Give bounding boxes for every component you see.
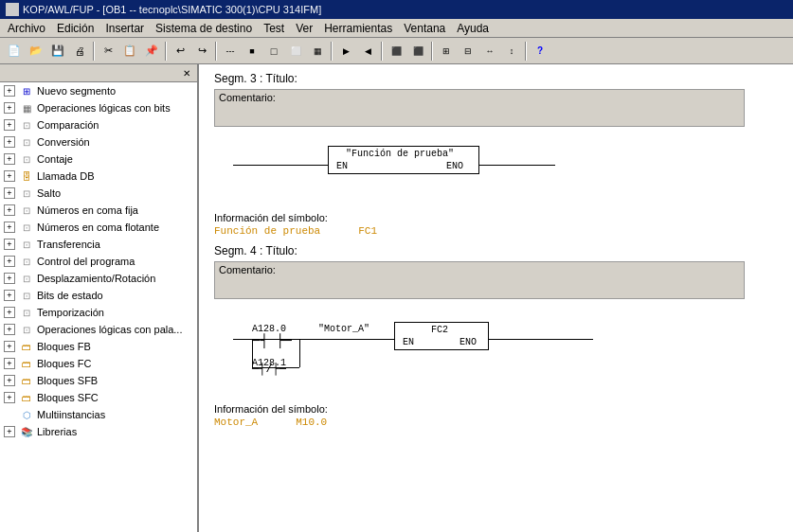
info-title-3: Información del símbolo: <box>214 212 778 223</box>
toolbar-copy[interactable]: 📋 <box>119 41 140 62</box>
toolbar-b6[interactable]: ▶ <box>335 41 356 62</box>
fc-eno-3: ENO <box>446 161 463 171</box>
menu-test[interactable]: Test <box>258 20 290 37</box>
sidebar-item-comparacion[interactable]: + ⊡ Comparación <box>0 116 197 133</box>
sidebar-item-bloques-sfb[interactable]: + 🗃 Bloques SFB <box>0 372 197 389</box>
toolbar-cut[interactable]: ✂ <box>98 41 118 62</box>
icon-bloques-fb: 🗃 <box>19 339 34 354</box>
sidebar-item-bloques-fb[interactable]: + 🗃 Bloques FB <box>0 338 197 355</box>
expand-nuevo-segmento[interactable]: + <box>4 85 15 97</box>
sidebar-item-transferencia[interactable]: + ⊡ Transferencia <box>0 236 197 253</box>
sidebar-item-operaciones-logicas-bits[interactable]: + ▦ Operaciones lógicas con bits <box>0 99 197 116</box>
label-operaciones-logicas-palabras: Operaciones lógicas con pala... <box>37 324 182 335</box>
sidebar-item-bloques-sfc[interactable]: + 🗃 Bloques SFC <box>0 389 197 406</box>
toolbar-help[interactable]: ? <box>530 41 550 62</box>
expand-librerias[interactable]: + <box>4 426 15 437</box>
sidebar-item-nuevo-segmento[interactable]: + ⊞ Nuevo segmento <box>0 82 197 99</box>
icon-bloques-sfc: 🗃 <box>19 390 34 405</box>
toolbar-redo[interactable]: ↪ <box>191 41 212 62</box>
sidebar-item-librerias[interactable]: + 📚 Librerias <box>0 423 197 440</box>
app-icon <box>6 3 19 16</box>
label-contaje: Contaje <box>37 153 73 165</box>
sidebar-item-llamada-db[interactable]: + 🗄 Llamada DB <box>0 168 197 185</box>
toolbar-b5[interactable]: ▦ <box>307 41 328 62</box>
expand-operaciones-logicas-bits[interactable]: + <box>4 102 15 114</box>
toolbar-b3[interactable]: □ <box>263 41 284 62</box>
toolbar-monitor[interactable]: ⬛ <box>386 41 406 62</box>
expand-operaciones-logicas-palabras[interactable]: + <box>4 324 15 335</box>
toolbar-bb[interactable]: ↕ <box>501 41 522 62</box>
sidebar-close-btn[interactable]: ✕ <box>180 66 193 80</box>
expand-bloques-fc[interactable]: + <box>4 358 15 369</box>
toolbar-open[interactable]: 📂 <box>26 41 46 62</box>
sidebar-item-desplazamiento-rotacion[interactable]: + ⊡ Desplazamiento/Rotación <box>0 270 197 287</box>
toolbar-b4[interactable]: ⬜ <box>285 41 306 62</box>
label-bits-estado: Bits de estado <box>37 290 103 301</box>
expand-desplazamiento-rotacion[interactable]: + <box>4 273 15 284</box>
menu-ventana[interactable]: Ventana <box>398 20 451 37</box>
menu-edicion[interactable]: Edición <box>51 20 99 37</box>
fc-en-eno-3: EN ENO <box>336 161 463 171</box>
sidebar-item-bloques-fc[interactable]: + 🗃 Bloques FC <box>0 355 197 372</box>
expand-contaje[interactable]: + <box>4 153 15 165</box>
toolbar-b9[interactable]: ⬛ <box>407 41 428 62</box>
sidebar-item-multiinstancias[interactable]: + ⬡ Multiinstancias <box>0 406 197 423</box>
expand-bloques-sfb[interactable]: + <box>4 375 15 386</box>
label-temporizacion: Temporización <box>37 307 104 318</box>
h-line-4-right <box>489 339 593 340</box>
expand-bloques-sfc[interactable]: + <box>4 392 15 403</box>
title-bar: KOP/AWL/FUP - [OB1 -- tecnoplc\SIMATIC 3… <box>0 0 793 19</box>
segment-3-comment[interactable]: Comentario: <box>214 89 745 127</box>
toolbar-zoom-out[interactable]: ⊟ <box>458 41 478 62</box>
toolbar-undo[interactable]: ↩ <box>170 41 190 62</box>
label-control-programa: Control del programa <box>37 256 135 267</box>
toolbar-b7[interactable]: ◀ <box>357 41 378 62</box>
sidebar-item-control-programa[interactable]: + ⊡ Control del programa <box>0 253 197 270</box>
sidebar-item-numeros-coma-flotante[interactable]: + ⊡ Números en coma flotante <box>0 219 197 236</box>
menu-sistema-destino[interactable]: Sistema de destino <box>150 20 258 37</box>
contact-2-symbol: ─┤/├─ <box>252 363 286 376</box>
expand-numeros-coma-flotante[interactable]: + <box>4 222 15 233</box>
toolbar-b1[interactable]: --- <box>220 41 241 62</box>
expand-bloques-fb[interactable]: + <box>4 341 15 352</box>
fc-block-4: FC2 EN ENO <box>394 322 489 350</box>
expand-salto[interactable]: + <box>4 187 15 199</box>
expand-conversion[interactable]: + <box>4 136 15 148</box>
label-bloques-sfb: Bloques SFB <box>37 375 98 386</box>
expand-transferencia[interactable]: + <box>4 239 15 250</box>
toolbar-b2[interactable]: ■ <box>242 41 262 62</box>
menu-archivo[interactable]: Archivo <box>2 20 51 37</box>
toolbar-zoom-in[interactable]: ⊞ <box>436 41 457 62</box>
toolbar-print[interactable]: 🖨 <box>69 41 90 62</box>
toolbar-save[interactable]: 💾 <box>47 41 68 62</box>
expand-comparacion[interactable]: + <box>4 119 15 131</box>
sidebar-item-operaciones-logicas-palabras[interactable]: + ⊡ Operaciones lógicas con pala... <box>0 321 197 338</box>
toolbar-ba[interactable]: ↔ <box>479 41 500 62</box>
segment-4-comment[interactable]: Comentario: <box>214 261 745 299</box>
label-desplazamiento-rotacion: Desplazamiento/Rotación <box>37 273 155 284</box>
sidebar-item-temporizacion[interactable]: + ⊡ Temporización <box>0 304 197 321</box>
toolbar-new[interactable]: 📄 <box>4 41 25 62</box>
sep1 <box>93 42 95 61</box>
info-section-4: Información del símbolo: Motor_A M10.0 <box>214 403 778 428</box>
info-value-4: M10.0 <box>296 417 327 428</box>
expand-temporizacion[interactable]: + <box>4 307 15 318</box>
menu-ayuda[interactable]: Ayuda <box>451 20 495 37</box>
sidebar-item-bits-estado[interactable]: + ⊡ Bits de estado <box>0 287 197 304</box>
expand-control-programa[interactable]: + <box>4 256 15 267</box>
fc-en-eno-4: EN ENO <box>403 337 477 347</box>
menu-ver[interactable]: Ver <box>290 20 318 37</box>
expand-llamada-db[interactable]: + <box>4 170 15 182</box>
expand-numeros-coma-fija[interactable]: + <box>4 204 15 216</box>
sidebar-item-conversion[interactable]: + ⊡ Conversión <box>0 133 197 151</box>
sidebar-item-numeros-coma-fija[interactable]: + ⊡ Números en coma fija <box>0 202 197 219</box>
sidebar-item-contaje[interactable]: + ⊡ Contaje <box>0 151 197 168</box>
sidebar-item-salto[interactable]: + ⊡ Salto <box>0 185 197 202</box>
menu-insertar[interactable]: Insertar <box>99 20 150 37</box>
label-operaciones-logicas-bits: Operaciones lógicas con bits <box>37 102 171 114</box>
toolbar-paste[interactable]: 📌 <box>141 41 162 62</box>
v-line-4-right <box>299 339 300 367</box>
expand-bits-estado[interactable]: + <box>4 290 15 301</box>
menu-herramientas[interactable]: Herramientas <box>318 20 398 37</box>
icon-control-programa: ⊡ <box>19 254 34 269</box>
